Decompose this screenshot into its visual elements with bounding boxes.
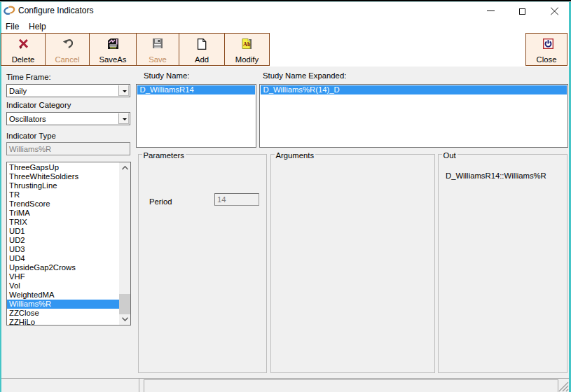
svg-text:Ab: Ab	[243, 41, 251, 48]
